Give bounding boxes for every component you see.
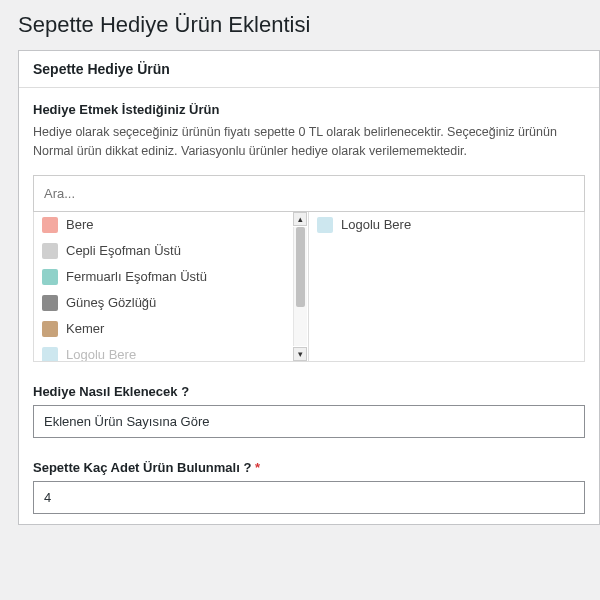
quantity-label: Sepette Kaç Adet Ürün Bulunmalı ? *: [33, 460, 585, 475]
quantity-input[interactable]: [33, 481, 585, 514]
list-item[interactable]: Fermuarlı Eşofman Üstü: [34, 264, 292, 290]
scrollbar-thumb[interactable]: [296, 227, 305, 307]
gift-product-description: Hediye olarak seçeceğiniz ürünün fiyatı …: [33, 123, 585, 161]
selected-list: Logolu Bere: [309, 212, 584, 361]
scroll-up-icon[interactable]: ▴: [293, 212, 307, 226]
list-item[interactable]: Güneş Gözlüğü: [34, 290, 292, 316]
quantity-label-text: Sepette Kaç Adet Ürün Bulunmalı ?: [33, 460, 251, 475]
product-thumb-icon: [42, 295, 58, 311]
how-added-select[interactable]: Eklenen Ürün Sayısına Göre: [33, 405, 585, 438]
product-thumb-icon: [42, 321, 58, 337]
gift-product-label: Hediye Etmek İstediğiniz Ürün: [33, 102, 585, 117]
list-item[interactable]: Bere: [34, 212, 292, 238]
panel-header[interactable]: Sepette Hediye Ürün: [19, 51, 599, 88]
product-label: Kemer: [66, 321, 104, 336]
product-thumb-icon: [42, 269, 58, 285]
product-label: Güneş Gözlüğü: [66, 295, 156, 310]
product-dual-list: ▴ ▾ BereCepli Eşofman ÜstüFermuarlı Eşof…: [33, 212, 585, 362]
product-label: Fermuarlı Eşofman Üstü: [66, 269, 207, 284]
settings-panel: Sepette Hediye Ürün Hediye Etmek İstediğ…: [18, 50, 600, 525]
product-thumb-icon: [317, 217, 333, 233]
product-thumb-icon: [42, 347, 58, 361]
list-item[interactable]: Logolu Bere: [309, 212, 584, 238]
product-label: Bere: [66, 217, 93, 232]
product-label: Cepli Eşofman Üstü: [66, 243, 181, 258]
product-thumb-icon: [42, 217, 58, 233]
how-added-field: Hediye Nasıl Eklenecek ? Eklenen Ürün Sa…: [33, 384, 585, 438]
product-label: Logolu Bere: [341, 217, 411, 232]
how-added-label: Hediye Nasıl Eklenecek ?: [33, 384, 585, 399]
required-asterisk: *: [255, 460, 260, 475]
panel-body: Hediye Etmek İstediğiniz Ürün Hediye ola…: [19, 88, 599, 524]
scroll-down-icon[interactable]: ▾: [293, 347, 307, 361]
product-thumb-icon: [42, 243, 58, 259]
available-list: ▴ ▾ BereCepli Eşofman ÜstüFermuarlı Eşof…: [34, 212, 309, 361]
search-input[interactable]: [33, 175, 585, 212]
list-item[interactable]: Cepli Eşofman Üstü: [34, 238, 292, 264]
page-title: Sepette Hediye Ürün Eklentisi: [0, 0, 600, 50]
scrollbar-track[interactable]: [293, 227, 307, 346]
panel-title: Sepette Hediye Ürün: [33, 61, 170, 77]
list-item[interactable]: Logolu Bere: [34, 342, 292, 361]
quantity-field: Sepette Kaç Adet Ürün Bulunmalı ? *: [33, 460, 585, 514]
product-label: Logolu Bere: [66, 347, 136, 361]
list-item[interactable]: Kemer: [34, 316, 292, 342]
